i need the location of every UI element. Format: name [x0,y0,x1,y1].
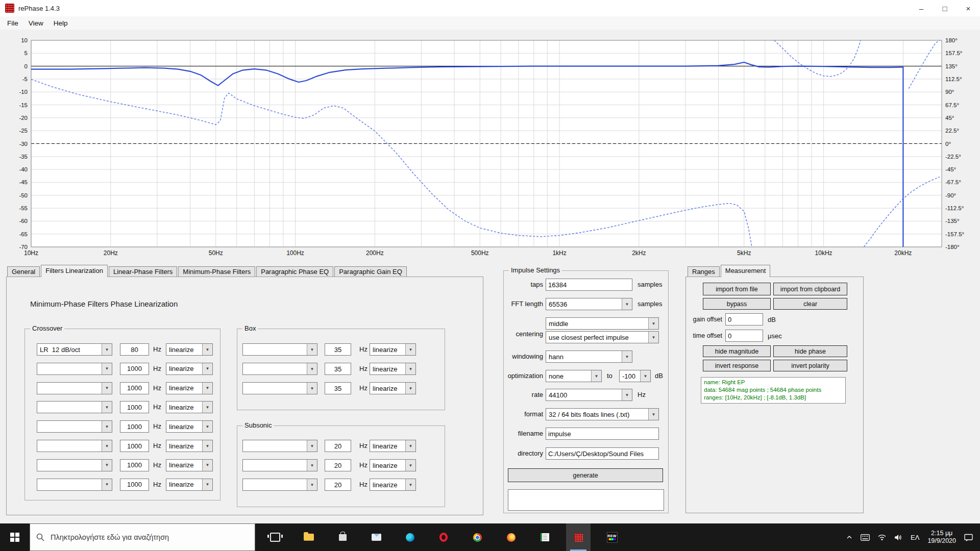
filter-type-select[interactable]: ▼ [242,440,317,452]
tab-paragraphic-phase-eq[interactable]: Paragraphic Phase EQ [256,266,333,277]
linearize-mode-select[interactable]: linearize▼ [166,459,213,471]
linearize-mode-select[interactable]: linearize▼ [370,459,416,471]
filter-type-select[interactable]: ▼ [37,459,112,471]
taskbar-notes-button[interactable] [532,523,557,551]
taskbar-search[interactable] [30,523,255,551]
taps-input[interactable] [546,279,632,291]
tab-measurement[interactable]: Measurement [721,265,770,277]
linearize-mode-select[interactable]: linearize▼ [166,363,213,375]
filter-type-select[interactable]: ▼ [242,382,317,394]
gain-offset-input[interactable] [725,313,763,325]
frequency-input[interactable] [325,479,351,491]
linearize-mode-select[interactable]: linearize▼ [166,440,213,452]
frequency-input[interactable] [120,401,149,413]
taskbar-edge-button[interactable] [398,523,422,551]
import-from-file-button[interactable]: import from file [703,283,771,295]
format-select[interactable]: 32 / 64 bits floats lines (.txt) ▼ [546,408,659,420]
linearize-mode-select[interactable]: linearize▼ [370,440,416,452]
frequency-input[interactable] [120,440,149,452]
directory-input[interactable] [546,447,659,460]
invert-response-button[interactable]: invert response [703,360,771,371]
filter-type-select[interactable]: ▼ [37,479,112,491]
linearize-mode-select[interactable]: linearize▼ [166,343,213,356]
taskbar-chrome-button[interactable] [465,523,489,551]
filter-type-select[interactable]: ▼ [37,382,112,394]
action-center-button[interactable] [960,523,980,551]
volume-button[interactable] [890,523,906,551]
taskbar-task-view-button[interactable] [263,523,287,551]
language-indicator[interactable]: ΕΛ [906,523,923,551]
clock[interactable]: 2:15 μμ 19/9/2020 [923,530,960,545]
start-button[interactable] [0,523,30,551]
keyboard-icon [861,534,870,541]
close-button[interactable]: × [957,0,980,16]
taskbar-rew-button[interactable]: REW [600,523,624,551]
hide-magnitude-button[interactable]: hide magnitude [703,345,771,357]
menu-view[interactable]: View [23,18,48,29]
invert-polarity-button[interactable]: invert polarity [773,360,847,371]
bypass-button[interactable]: bypass [703,298,771,310]
filter-type-select[interactable]: ▼ [242,479,317,491]
filter-type-select[interactable]: ▼ [242,459,317,471]
network-button[interactable] [874,523,890,551]
time-offset-input[interactable] [725,330,763,342]
linearize-mode-select[interactable]: linearize▼ [166,401,213,413]
tab-filters-linearization[interactable]: Filters Linearization [41,265,108,277]
filter-type-select[interactable]: ▼ [242,363,317,375]
frequency-input[interactable] [120,382,149,394]
optimization-db-select[interactable]: -100 ▼ [619,370,651,382]
tab-general[interactable]: General [7,266,40,277]
filter-type-select[interactable]: ▼ [242,343,317,356]
taskbar-store-button[interactable] [330,523,355,551]
menu-file[interactable]: File [2,18,23,29]
tab-paragraphic-gain-eq[interactable]: Paragraphic Gain EQ [334,266,407,277]
linearize-mode-select[interactable]: linearize▼ [166,479,213,491]
frequency-input[interactable] [325,343,351,356]
frequency-input[interactable] [325,382,351,394]
fft-length-select[interactable]: 65536 ▼ [546,298,632,310]
tab-ranges[interactable]: Ranges [688,266,720,277]
centering-select[interactable]: middle ▼ [546,317,659,330]
menu-help[interactable]: Help [48,18,73,29]
frequency-input[interactable] [325,459,351,471]
frequency-input[interactable] [120,459,149,471]
linearize-mode-select[interactable]: linearize▼ [370,363,416,375]
filter-type-select[interactable]: ▼ [37,401,112,413]
clear-button[interactable]: clear [773,298,847,310]
taskbar-firefox-button[interactable] [499,523,523,551]
taskbar-opera-button[interactable] [431,523,456,551]
touch-keyboard-button[interactable] [856,523,874,551]
frequency-input[interactable] [120,479,149,491]
filter-type-select[interactable]: ▼ [37,363,112,375]
linearize-mode-select[interactable]: linearize▼ [370,343,416,356]
frequency-input[interactable] [325,440,351,452]
taskbar-rephase-button[interactable] [566,523,591,551]
frequency-input[interactable] [120,363,149,375]
rate-select[interactable]: 44100 ▼ [546,389,632,401]
filename-input[interactable] [546,428,659,440]
linearize-mode-select[interactable]: linearize▼ [166,382,213,394]
maximize-button[interactable]: □ [933,0,957,16]
taskbar-mail-button[interactable] [364,523,388,551]
filter-type-select[interactable]: LR 12 dB/oct▼ [37,343,112,356]
frequency-input[interactable] [325,363,351,375]
generate-button[interactable]: generate [508,468,663,482]
filter-type-select[interactable]: ▼ [37,420,112,433]
tab-minimum-phase-filters[interactable]: Minimum-Phase Filters [178,266,255,277]
linearize-mode-select[interactable]: linearize▼ [166,420,213,433]
taskbar-file-explorer-button[interactable] [297,523,321,551]
linearize-mode-select[interactable]: linearize▼ [370,479,416,491]
linearize-mode-select[interactable]: linearize▼ [370,382,416,394]
optimization-select[interactable]: none ▼ [546,370,602,382]
hidden-icons-button[interactable] [842,523,856,551]
import-from-clipboard-button[interactable]: import from clipboard [773,283,847,295]
hide-phase-button[interactable]: hide phase [773,345,847,357]
centering-impulse-select[interactable]: use closest perfect impulse ▼ [546,331,659,343]
frequency-input[interactable] [120,343,149,356]
search-input[interactable] [50,533,246,542]
frequency-input[interactable] [120,420,149,433]
filter-type-select[interactable]: ▼ [37,440,112,452]
minimize-button[interactable]: – [910,0,933,16]
windowing-select[interactable]: hann ▼ [546,350,632,363]
tab-linear-phase-filters[interactable]: Linear-Phase Filters [109,266,177,277]
